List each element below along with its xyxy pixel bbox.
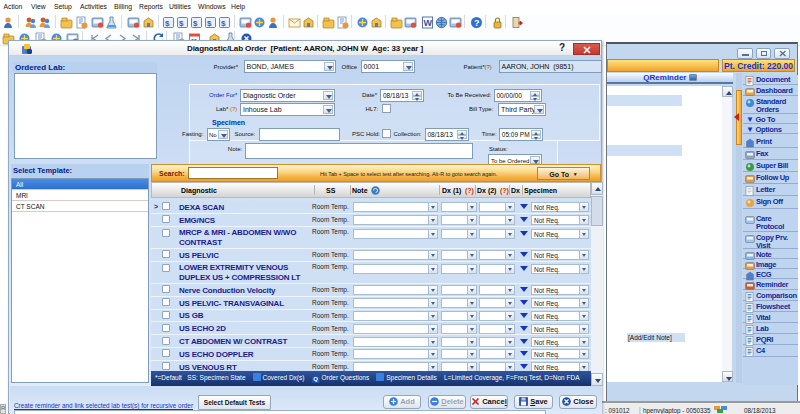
svg-text:$: $ (207, 19, 212, 28)
svg-text:$: $ (179, 19, 184, 28)
svg-text:$: $ (193, 19, 198, 28)
svg-text:$: $ (221, 19, 226, 28)
svg-text:W: W (424, 18, 433, 28)
svg-text:$: $ (165, 19, 170, 28)
svg-text:?: ? (474, 18, 480, 28)
